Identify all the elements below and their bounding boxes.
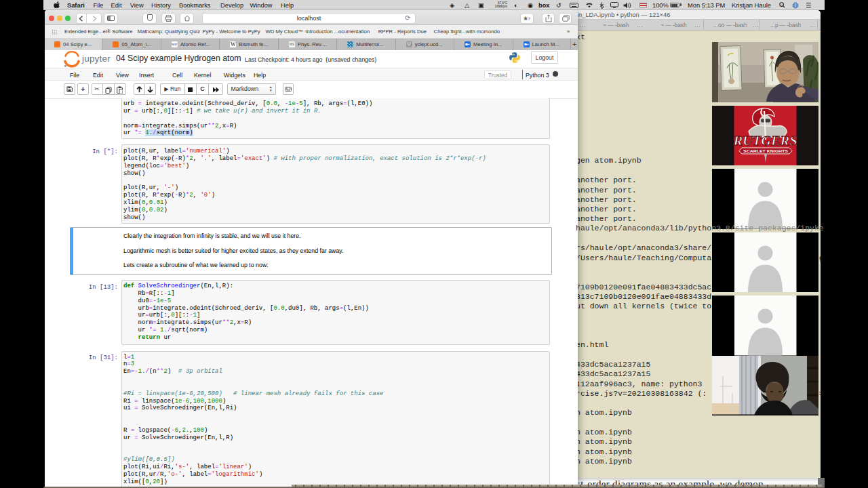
svg-text:SCARLET KNIGHTS: SCARLET KNIGHTS bbox=[743, 148, 788, 153]
svg-text:RUTGERS: RUTGERS bbox=[732, 134, 797, 148]
